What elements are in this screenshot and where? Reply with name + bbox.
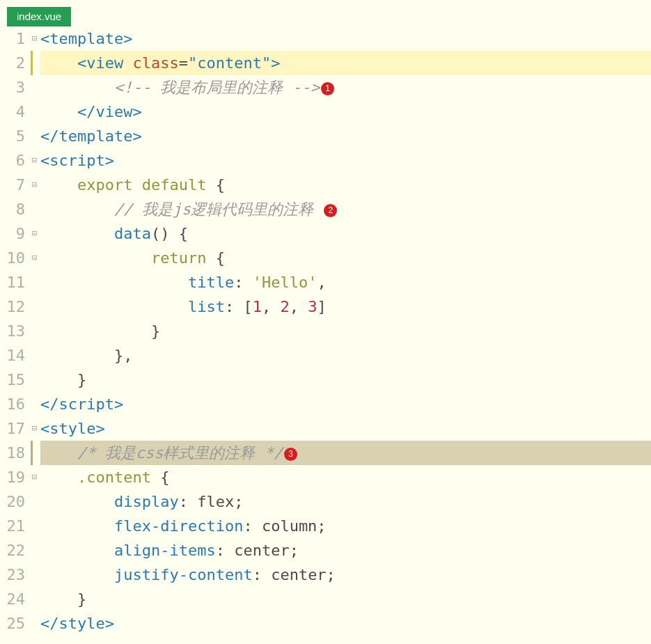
- line-number: 1: [0, 26, 29, 51]
- fold-marker-icon[interactable]: ⊟: [32, 26, 40, 51]
- annotation-badge-3: 3: [284, 448, 297, 461]
- code-line[interactable]: </view>: [40, 100, 651, 124]
- code-line[interactable]: }: [40, 319, 651, 343]
- code-line[interactable]: <view class="content">: [40, 51, 651, 75]
- code-line[interactable]: // 我是js逻辑代码里的注释 2: [40, 197, 651, 221]
- code-line[interactable]: <!-- 我是布局里的注释 -->1: [40, 75, 651, 100]
- code-line[interactable]: },: [40, 343, 651, 368]
- line-number: 23: [0, 563, 29, 587]
- line-number: 7: [0, 173, 29, 197]
- code-line[interactable]: title: 'Hello',: [40, 270, 651, 294]
- code-area[interactable]: <template> <view class="content"> <!-- 我…: [40, 26, 651, 636]
- line-number: 4: [0, 100, 29, 124]
- line-number: 17: [0, 416, 29, 441]
- line-number: 10: [0, 246, 29, 270]
- fold-marker-icon[interactable]: ⊟: [32, 221, 40, 246]
- code-line[interactable]: <script>: [40, 148, 651, 173]
- code-line[interactable]: return {: [40, 246, 651, 270]
- line-number: 20: [0, 489, 29, 514]
- code-line[interactable]: </style>: [40, 611, 651, 636]
- line-number: 11: [0, 270, 29, 294]
- line-number: 21: [0, 514, 29, 538]
- code-line[interactable]: align-items: center;: [40, 538, 651, 563]
- code-line[interactable]: <style>: [40, 416, 651, 441]
- code-line[interactable]: }: [40, 368, 651, 392]
- code-line[interactable]: export default {: [40, 173, 651, 197]
- line-number: 3: [0, 75, 29, 100]
- code-line[interactable]: list: [1, 2, 3]: [40, 294, 651, 319]
- code-line[interactable]: /* 我是css样式里的注释 */3: [40, 441, 651, 465]
- code-line[interactable]: </script>: [40, 392, 651, 416]
- line-number: 25: [0, 611, 29, 636]
- file-tab[interactable]: index.vue: [7, 7, 71, 26]
- fold-marker-icon[interactable]: ⊟: [32, 416, 40, 441]
- code-line[interactable]: justify-content: center;: [40, 563, 651, 587]
- annotation-badge-1: 1: [321, 82, 334, 95]
- line-number: 15: [0, 368, 29, 392]
- line-number: 22: [0, 538, 29, 563]
- fold-marker-icon[interactable]: ⊟: [32, 246, 40, 270]
- line-number: 18: [0, 441, 29, 465]
- fold-marker-icon[interactable]: ⊟: [32, 148, 40, 173]
- line-number: 12: [0, 294, 29, 319]
- line-number: 6: [0, 148, 29, 173]
- line-number: 24: [0, 587, 29, 611]
- tabbar: index.vue: [0, 0, 651, 26]
- line-number: 2: [0, 51, 29, 75]
- code-line[interactable]: data() {: [40, 221, 651, 246]
- code-line[interactable]: <template>: [40, 26, 651, 51]
- line-number: 16: [0, 392, 29, 416]
- line-number: 13: [0, 319, 29, 343]
- fold-gutter: ⊟ ⊟ ⊟ ⊟ ⊟ ⊟ ⊟: [32, 26, 40, 636]
- code-line[interactable]: display: flex;: [40, 489, 651, 514]
- fold-marker-icon[interactable]: ⊟: [32, 465, 40, 489]
- line-number: 9: [0, 221, 29, 246]
- code-line[interactable]: .content {: [40, 465, 651, 489]
- line-number: 19: [0, 465, 29, 489]
- line-number: 8: [0, 197, 29, 221]
- code-editor[interactable]: 1 2 3 4 5 6 7 8 9 10 11 12 13 14 15 16 1…: [0, 26, 651, 636]
- annotation-badge-2: 2: [324, 204, 337, 217]
- line-number: 14: [0, 343, 29, 368]
- line-number-gutter: 1 2 3 4 5 6 7 8 9 10 11 12 13 14 15 16 1…: [0, 26, 32, 636]
- code-line[interactable]: </template>: [40, 124, 651, 148]
- line-number: 5: [0, 124, 29, 148]
- code-line[interactable]: flex-direction: column;: [40, 514, 651, 538]
- code-line[interactable]: }: [40, 587, 651, 611]
- fold-marker-icon[interactable]: ⊟: [32, 173, 40, 197]
